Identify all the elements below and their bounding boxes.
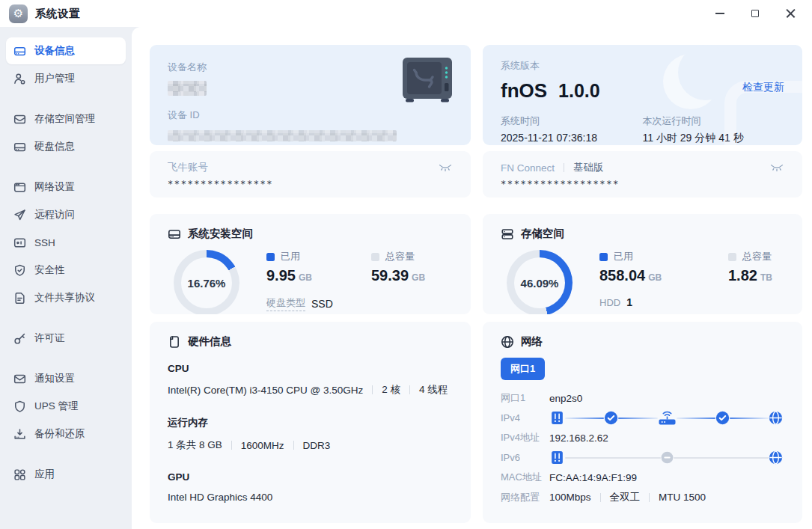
storage-space-title-row: 存储空间 [501, 227, 784, 241]
system-space-body: 16.76% 已用 9.95GB 总容量 59.39GB [168, 250, 453, 314]
sidebar-item-ups[interactable]: UPS 管理 [6, 393, 126, 420]
network-config-row: 网络配置 100Mbps 全双工 MTU 1500 [501, 488, 784, 508]
device-name-redacted [168, 81, 207, 96]
system-space-donut: 16.76% [174, 250, 239, 314]
ipv4-label: IPv4 [501, 412, 549, 423]
maximize-icon [751, 10, 759, 17]
storage-space-body: 46.09% 已用 858.04GB 总容量 1.82TB [501, 250, 784, 314]
nas-server-icon [549, 410, 565, 426]
check-update-link[interactable]: 检查更新 [742, 81, 784, 94]
device-info-card: 设备名称 设备 ID [150, 45, 471, 145]
sidebar-item-disk-info[interactable]: 硬盘信息 [6, 133, 126, 160]
disk-type-row: 硬盘类型 SSD [266, 296, 471, 311]
nas-device-illustration [397, 52, 459, 111]
row-hardware-network: 硬件信息 CPU Intel(R) Core(TM) i3-4150 CPU @… [150, 322, 802, 523]
sidebar-item-label: UPS 管理 [34, 400, 79, 413]
sidebar-item-user-management[interactable]: 用户管理 [6, 65, 126, 92]
sidebar-item-apps[interactable]: 应用 [6, 461, 126, 488]
topology-line [565, 457, 661, 459]
uptime-block: 本次运行时间 11 小时 29 分钟 41 秒 [643, 114, 785, 145]
sidebar-item-security[interactable]: 安全性 [6, 257, 126, 284]
used-label: 已用 [281, 250, 300, 263]
mtu-value: MTU 1500 [659, 492, 706, 503]
row-device-version: 设备名称 设备 ID [150, 45, 802, 145]
server-stack-icon [501, 227, 514, 241]
disk-type-value: SSD [311, 298, 333, 310]
window-controls [709, 4, 806, 23]
fn-account-card: 飞牛账号 **************** [150, 151, 471, 198]
nas-server-icon [549, 450, 565, 465]
maximize-button[interactable] [744, 4, 766, 23]
minimize-button[interactable] [709, 4, 731, 23]
used-unit: GB [299, 272, 312, 283]
sidebar-item-label: 通知设置 [34, 372, 75, 385]
hdd-label: HDD [599, 297, 620, 308]
sidebar-item-label: 远程访问 [34, 208, 75, 221]
total-legend: 总容量 1.82TB [728, 250, 802, 284]
sidebar-item-remote-access[interactable]: 远程访问 [6, 201, 126, 228]
sidebar-item-license[interactable]: 许可证 [6, 325, 126, 352]
divider [293, 441, 294, 450]
hardware-title-row: 硬件信息 [168, 334, 453, 349]
os-version: 1.0.0 [558, 80, 600, 102]
ipv6-topology [549, 450, 783, 465]
cpu-threads: 4 线程 [419, 383, 448, 397]
sidebar-item-file-sharing[interactable]: 文件共享协议 [6, 284, 126, 311]
sidebar: 设备信息 用户管理 存储空间管理 硬盘信息 网络设置 远程访问 [0, 27, 132, 529]
device-id-redacted [168, 130, 397, 141]
hdd-row: HDD 1 [599, 296, 802, 308]
fn-connect-masked-value: ****************** [501, 179, 784, 189]
eye-closed-icon[interactable] [438, 162, 453, 173]
mac-value: FC:AA:14:9A:F1:99 [549, 472, 637, 483]
system-space-stats: 已用 9.95GB 总容量 59.39GB 硬盘类型 SSD [266, 250, 471, 311]
sidebar-item-device-info[interactable]: 设备信息 [6, 37, 126, 64]
system-version-label: 系统版本 [501, 59, 784, 73]
main-panel: 设备名称 设备 ID [132, 27, 812, 529]
cpu-section: CPU Intel(R) Core(TM) i3-4150 CPU @ 3.50… [168, 363, 453, 397]
cpu-model: Intel(R) Core(TM) i3-4150 CPU @ 3.50GHz [168, 385, 363, 396]
used-label: 已用 [614, 250, 633, 263]
gear-icon: ⚙ [13, 7, 23, 20]
port-tab-button[interactable]: 网口1 [501, 358, 545, 380]
sidebar-item-backup-restore[interactable]: 备份和还原 [6, 421, 126, 447]
divider [231, 441, 232, 450]
system-time-value: 2025-11-21 07:36:18 [501, 132, 643, 144]
close-button[interactable] [779, 4, 802, 23]
eye-closed-icon[interactable] [769, 162, 784, 173]
app-body: 设备信息 用户管理 存储空间管理 硬盘信息 网络设置 远程访问 [0, 27, 812, 529]
fn-connect-card: FN Connect 基础版 ****************** [483, 151, 802, 198]
sidebar-item-notifications[interactable]: 通知设置 [6, 365, 126, 392]
port-row: 网口1 enp2s0 [501, 388, 784, 409]
gpu-model: Intel HD Graphics 4400 [168, 492, 272, 503]
window-title: 系统设置 [35, 7, 80, 21]
sidebar-item-network-settings[interactable]: 网络设置 [6, 174, 126, 201]
sidebar-item-label: 安全性 [34, 263, 65, 277]
ram-type: DDR3 [303, 440, 331, 451]
legend-row: 已用 858.04GB 总容量 1.82TB [599, 250, 802, 284]
used-legend: 已用 858.04GB [599, 250, 728, 284]
ram-modules: 1 条共 8 GB [168, 438, 222, 452]
hardware-title: 硬件信息 [188, 334, 231, 349]
used-unit: GB [648, 272, 662, 283]
storage-pool-icon [13, 113, 26, 126]
users-icon [13, 73, 26, 85]
ipv6-topology-row: IPv6 [501, 448, 784, 468]
sidebar-item-storage-pool[interactable]: 存储空间管理 [6, 106, 126, 132]
hard-drive-icon [13, 45, 26, 58]
divider [409, 385, 410, 394]
storage-space-donut: 46.09% [507, 250, 573, 314]
system-space-card: 系统安装空间 16.76% 已用 9.95GB [150, 214, 471, 314]
fn-account-label-row: 飞牛账号 [168, 161, 453, 174]
app-window: ⚙ 系统设置 设备信息 用户管理 存储空间管理 [0, 0, 812, 529]
terminal-icon [13, 236, 26, 249]
sidebar-item-label: 网络设置 [34, 180, 75, 194]
sidebar-item-label: SSH [34, 237, 55, 248]
total-swatch [371, 253, 379, 261]
storage-space-stats: 已用 858.04GB 总容量 1.82TB HDD 1 [599, 250, 802, 308]
gear-app-icon: ⚙ [9, 4, 28, 23]
apps-grid-icon [13, 468, 26, 481]
ram-label: 运行内存 [168, 416, 453, 429]
sidebar-item-ssh[interactable]: SSH [6, 229, 126, 256]
hdd-count: 1 [626, 296, 632, 308]
divider [372, 385, 373, 394]
